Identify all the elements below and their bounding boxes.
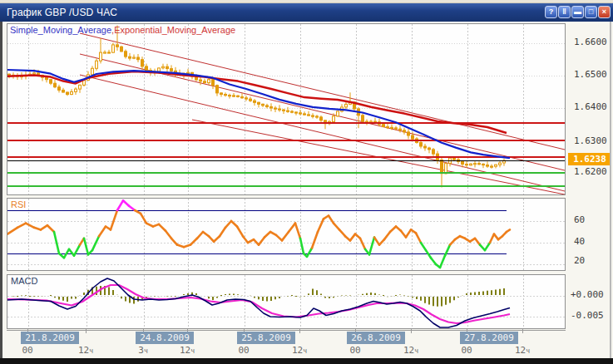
indicator-labels: Simple_Moving_Average,Exponential_Moving…: [10, 25, 235, 35]
rsi-chart[interactable]: [7, 199, 565, 270]
price-axis: 1.6238 1.66001.65001.64001.63001.6200604…: [567, 0, 613, 364]
price-chart-panel[interactable]: Simple_Moving_Average,Exponential_Moving…: [7, 23, 566, 195]
axis-tick: [411, 329, 412, 333]
sma-label: Simple_Moving_Average: [10, 25, 111, 35]
macd-axis-label: -0.005: [571, 310, 604, 321]
price-axis-label: 1.6300: [574, 135, 607, 146]
rsi-axis-label: 40: [574, 236, 585, 247]
time-tick-label: 12ч: [515, 345, 530, 356]
window-right-edge: [610, 22, 611, 359]
date-label: 26.8.2009: [347, 332, 405, 344]
time-tick-label: 00: [461, 345, 472, 356]
time-tick-label: 12ч: [292, 345, 307, 356]
date-label: 25.8.2009: [237, 332, 295, 344]
current-price-badge: 1.6238: [568, 153, 611, 165]
rsi-panel[interactable]: RSI: [7, 198, 566, 271]
rsi-axis-label: 60: [574, 214, 585, 225]
date-label: 24.8.2009: [136, 332, 194, 344]
rsi-label: RSI: [11, 199, 26, 209]
date-label: 27.8.2009: [460, 332, 518, 344]
ema-label: Exponential_Moving_Average: [114, 25, 235, 35]
chart-window: График GBP /USD ЧАС ? ‖ ▬ □ × Simple_Mov…: [0, 0, 613, 364]
candlestick-chart[interactable]: [7, 24, 565, 194]
price-axis-label: 1.6200: [574, 166, 607, 177]
axis-tick: [522, 329, 523, 333]
macd-label: MACD: [11, 276, 37, 286]
time-tick-label: 00: [22, 345, 32, 356]
time-tick-label: 00: [238, 345, 249, 356]
price-axis-label: 1.6400: [574, 101, 607, 112]
time-tick-label: 12ч: [180, 345, 195, 356]
time-tick-label: 12ч: [403, 345, 418, 356]
window-bottom-edge: [0, 358, 613, 364]
time-tick-label: 12ч: [78, 345, 93, 356]
axis-tick: [299, 329, 300, 333]
time-tick-label: 00: [349, 345, 360, 356]
help-button[interactable]: ?: [545, 6, 557, 18]
window-title: График GBP /USD ЧАС: [7, 7, 117, 18]
price-axis-label: 1.6600: [574, 37, 607, 47]
axis-tick: [86, 329, 87, 333]
date-label: 21.8.2009: [21, 332, 79, 344]
macd-axis-label: +0.000: [571, 289, 604, 300]
price-axis-label: 1.6500: [574, 69, 607, 80]
rsi-axis-label: 20: [574, 255, 585, 266]
macd-chart[interactable]: [7, 275, 565, 328]
time-tick-label: 3ч: [138, 345, 147, 356]
time-axis-line: [7, 330, 566, 331]
time-axis: 21.8.200924.8.200925.8.200926.8.200927.8…: [7, 329, 566, 358]
window-left-edge: [0, 22, 2, 359]
title-bar[interactable]: График GBP /USD ЧАС ? ‖ ▬ □ ×: [0, 3, 613, 22]
macd-panel[interactable]: MACD: [7, 274, 566, 329]
